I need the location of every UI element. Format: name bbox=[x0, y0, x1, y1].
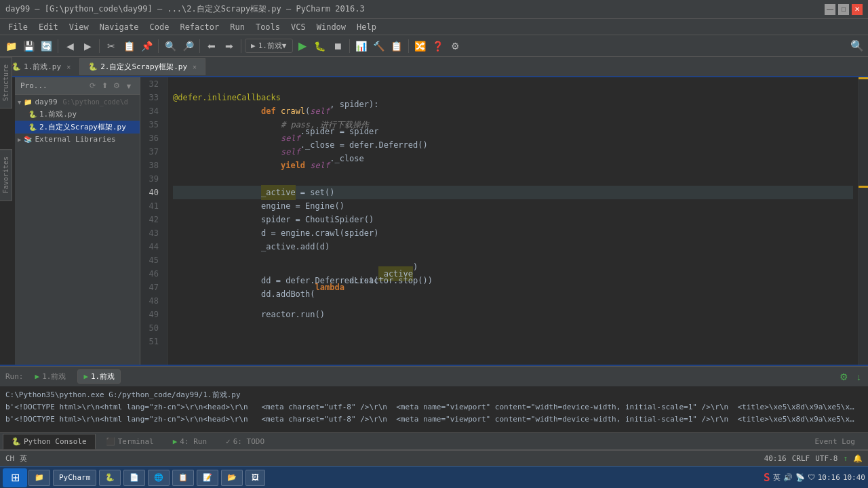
run-settings-btn[interactable]: ⚙ bbox=[838, 370, 850, 384]
run-output: C:\Python35\python.exe G:/python_code/da… bbox=[0, 386, 868, 432]
menu-tools[interactable]: Tools bbox=[250, 21, 285, 33]
project-sync-btn[interactable]: ⟳ bbox=[87, 81, 98, 92]
code-editor[interactable]: @defer.inlineCallbacks def crawl(self, s… bbox=[167, 77, 859, 365]
run-label: Run: bbox=[5, 372, 24, 381]
stop-button[interactable]: ⏹ bbox=[330, 38, 346, 54]
run-tab-qianxi1[interactable]: ▶ 1.前戏 bbox=[29, 369, 73, 384]
ln-36: 36 bbox=[140, 131, 163, 145]
run-config-selector[interactable]: ▶ 1.前戏▼ bbox=[245, 39, 293, 53]
toolbar-build[interactable]: 🔨 bbox=[371, 38, 387, 54]
taskbar-item-2[interactable]: 📄 bbox=[123, 470, 145, 486]
toolbar-back[interactable]: ◀ bbox=[62, 38, 78, 54]
ln-48: 48 bbox=[140, 294, 163, 308]
maximize-button[interactable]: □ bbox=[838, 4, 849, 15]
python-console-tab[interactable]: 🐍 Python Console bbox=[3, 434, 96, 449]
start-button[interactable]: ⊞ bbox=[3, 468, 27, 487]
tab-scrapy[interactable]: 🐍 2.自定义Scrapy框架.py ✕ bbox=[79, 58, 205, 75]
project-settings-btn[interactable]: ⚙ bbox=[111, 81, 122, 92]
toolbar-nav-next[interactable]: ➡ bbox=[221, 38, 237, 54]
status-crlf: CRLF bbox=[792, 454, 810, 463]
run-tab-icon1: ▶ bbox=[35, 372, 40, 381]
ln-35: 35 bbox=[140, 118, 163, 131]
tab-scrapy-close[interactable]: ✕ bbox=[193, 63, 197, 70]
toolbar-coverage[interactable]: 📊 bbox=[353, 38, 370, 54]
menu-run[interactable]: Run bbox=[224, 21, 250, 33]
menu-navigate[interactable]: Navigate bbox=[94, 21, 144, 33]
structure-tab[interactable]: Structure bbox=[0, 57, 12, 108]
taskbar-item-5[interactable]: 🖼 bbox=[245, 470, 265, 486]
ln-43: 43 bbox=[140, 226, 163, 240]
toolbar-help[interactable]: ❓ bbox=[430, 38, 446, 54]
run-panel-tab[interactable]: ▶ 4: Run bbox=[164, 434, 216, 449]
taskbar-item-word[interactable]: 📝 bbox=[197, 470, 218, 486]
menu-file[interactable]: File bbox=[3, 21, 33, 33]
status-encoding: UTF-8 bbox=[815, 454, 837, 463]
window-controls: — □ ✕ bbox=[825, 4, 863, 15]
ln-40: 40 bbox=[140, 186, 163, 199]
toolbar-save[interactable]: 💾 bbox=[20, 38, 37, 54]
minimize-button[interactable]: — bbox=[825, 4, 835, 15]
menu-window[interactable]: Window bbox=[311, 21, 351, 33]
taskbar-item-browser[interactable]: 🌐 bbox=[148, 470, 170, 486]
menu-view[interactable]: View bbox=[64, 21, 94, 33]
project-gear-btn[interactable]: ▼ bbox=[123, 81, 134, 92]
toolbar-tasks[interactable]: 📋 bbox=[389, 38, 405, 54]
clock-time: 10:40 bbox=[843, 473, 865, 482]
code-line-47: dd.addBoth(lambda a:reactor.stop()) bbox=[173, 281, 853, 294]
menu-vcs[interactable]: VCS bbox=[285, 21, 311, 33]
taskbar-item-pycharm[interactable]: PyCharm bbox=[53, 470, 96, 486]
toolbar-forward[interactable]: ▶ bbox=[79, 38, 96, 54]
ln-49: 49 bbox=[140, 308, 163, 321]
toolbar-settings[interactable]: ⚙ bbox=[448, 38, 464, 54]
todo-tab[interactable]: ✓ 6: TODO bbox=[217, 434, 273, 449]
run-config-label: 1.前戏▼ bbox=[258, 41, 287, 51]
file-icon-qianxi: 🐍 bbox=[28, 110, 37, 118]
toolbar-paste[interactable]: 📌 bbox=[138, 38, 155, 54]
status-bar: CH 英 40:16 CRLF UTF-8 ↑ 🔔 bbox=[0, 450, 868, 466]
ln-33: 33 bbox=[140, 91, 163, 104]
run-panel-icon: ▶ bbox=[173, 437, 178, 446]
sys-network: 📡 bbox=[795, 473, 805, 482]
status-ch: CH bbox=[5, 454, 14, 463]
toolbar-sep2 bbox=[99, 39, 100, 53]
taskbar-item-3[interactable]: 📋 bbox=[172, 470, 194, 486]
menu-edit[interactable]: Edit bbox=[33, 21, 64, 33]
tree-item-day99[interactable]: ▼ 📁 day99 G:\python_code\d bbox=[15, 96, 140, 108]
run-tab-qianxi2[interactable]: ▶ 1.前戏 bbox=[77, 369, 121, 384]
tab-qianxi[interactable]: 🐍 1.前戏.py ✕ bbox=[3, 58, 79, 75]
toolbar-sep7 bbox=[408, 39, 409, 53]
sys-security: 🛡 bbox=[808, 473, 815, 482]
editor-area: 32 33 34 35 36 37 38 39 40 41 42 43 44 4… bbox=[140, 77, 868, 365]
debug-button[interactable]: 🐛 bbox=[312, 38, 328, 54]
taskbar-item-explorer[interactable]: 📁 bbox=[28, 470, 50, 486]
terminal-tab[interactable]: ⬛ Terminal bbox=[97, 434, 163, 449]
toolbar-copy[interactable]: 📋 bbox=[121, 38, 137, 54]
toolbar-vcs[interactable]: 🔀 bbox=[412, 38, 429, 54]
run-button[interactable]: ▶ bbox=[294, 38, 311, 54]
menu-refactor[interactable]: Refactor bbox=[174, 21, 224, 33]
tree-item-qianxi[interactable]: 🐍 1.前戏.py bbox=[15, 108, 140, 121]
taskbar-item-4[interactable]: 📂 bbox=[221, 470, 243, 486]
code-line-38: yield self._close bbox=[173, 159, 853, 172]
toolbar-replace[interactable]: 🔎 bbox=[180, 38, 196, 54]
project-collapse-btn[interactable]: ⬆ bbox=[99, 81, 110, 92]
favorites-tab[interactable]: Favorites bbox=[0, 149, 12, 201]
toolbar-nav-prev[interactable]: ⬅ bbox=[203, 38, 220, 54]
run-scroll-btn[interactable]: ↓ bbox=[855, 370, 863, 384]
title-text: day99 – [G:\python_code\day99] – ...\2.自… bbox=[5, 3, 365, 15]
sys-icon2: 🔊 bbox=[783, 473, 793, 482]
toolbar-cut[interactable]: ✂ bbox=[103, 38, 119, 54]
toolbar-search[interactable]: 🔍 bbox=[162, 38, 178, 54]
tab-qianxi-close[interactable]: ✕ bbox=[66, 63, 71, 70]
tree-item-scrapy[interactable]: 🐍 2.自定义Scrapy框架.py bbox=[15, 121, 140, 134]
close-button[interactable]: ✕ bbox=[852, 4, 863, 15]
menu-help[interactable]: Help bbox=[351, 21, 382, 33]
toolbar-sync[interactable]: 🔄 bbox=[38, 38, 54, 54]
tree-item-external[interactable]: ▶ 📚 External Libraries bbox=[15, 134, 140, 145]
event-log-tab[interactable]: Event Log bbox=[806, 434, 864, 449]
menu-code[interactable]: Code bbox=[144, 21, 175, 33]
taskbar-item-1[interactable]: 🐍 bbox=[99, 470, 121, 486]
toolbar-open-folder[interactable]: 📁 bbox=[3, 38, 19, 54]
toolbar-sep5 bbox=[241, 39, 241, 53]
toolbar-global-search[interactable]: 🔍 bbox=[849, 38, 865, 54]
